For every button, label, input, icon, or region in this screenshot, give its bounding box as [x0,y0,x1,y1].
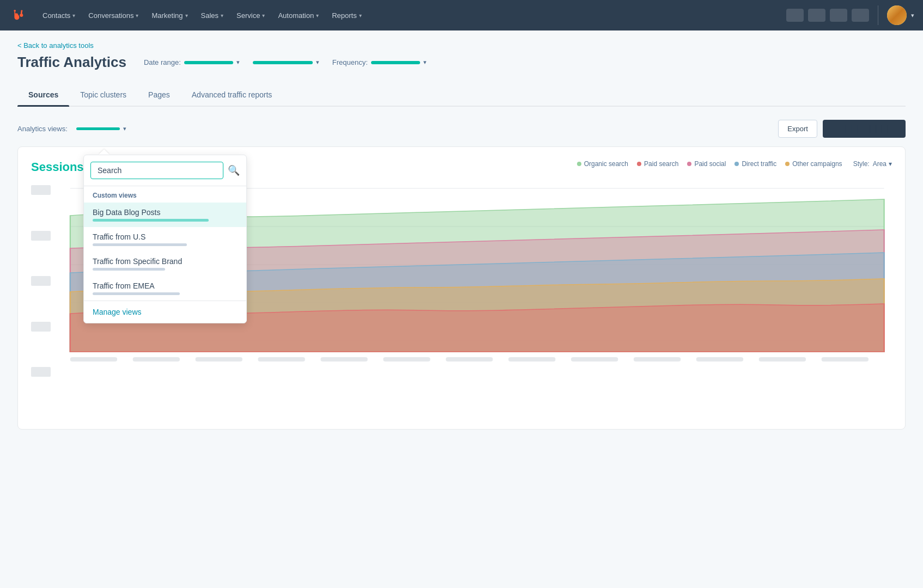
x-label-2 [133,357,180,362]
legend-paid-social: Paid social [687,160,726,168]
list-item-traffic-brand[interactable]: Traffic from Specific Brand [84,252,246,276]
x-label-10 [634,357,681,362]
x-label-13 [822,357,869,362]
chevron-down-icon: ▾ [262,13,265,19]
x-label-11 [696,357,743,362]
search-icon[interactable]: 🔍 [228,164,240,176]
date-range-chevron-2: ▾ [316,59,319,66]
back-link[interactable]: < Back to analytics tools [17,41,906,50]
analytics-views-dropdown[interactable]: ▾ [72,123,131,134]
filter-row: Date range: ▾ ▾ Frequency: ▾ [144,58,427,66]
manage-views-link[interactable]: Manage views [84,301,246,323]
list-item-traffic-emea[interactable]: Traffic from EMEA [84,276,246,301]
primary-action-button[interactable]: ██████████ [823,120,906,138]
date-range-bar [184,61,233,64]
chart-legend: Organic search Paid search Paid social D… [577,160,842,168]
y-axis-labels [31,183,51,379]
dropdown-panel: 🔍 Custom views Big Data Blog Posts Traff… [83,155,247,323]
x-label-7 [446,357,493,362]
nav-divider [878,5,878,25]
sessions-metric[interactable]: Sessions ▾ [31,160,91,174]
list-item-traffic-us[interactable]: Traffic from U.S [84,227,246,252]
frequency-dropdown[interactable]: Frequency: ▾ [332,58,427,66]
nav-icon-3[interactable] [830,9,847,22]
view-item-bar-2 [93,243,187,246]
date-range-dropdown[interactable]: Date range: ▾ [144,58,240,66]
chevron-down-icon: ▾ [185,13,188,19]
nav-item-automation[interactable]: Automation ▾ [272,8,324,23]
analytics-views-chevron: ▾ [123,125,126,132]
x-label-5 [320,357,367,362]
x-label-4 [258,357,305,362]
avatar[interactable] [887,5,907,25]
y-label-5 [31,367,51,377]
analytics-views-bar [76,127,120,130]
chevron-down-icon: ▾ [136,13,138,19]
chevron-down-icon: ▾ [316,13,319,19]
search-box: 🔍 [84,155,246,186]
legend-dot-organic [577,162,581,166]
page-content: < Back to analytics tools Traffic Analyt… [0,30,923,440]
chart-card: 🔍 Custom views Big Data Blog Posts Traff… [17,146,906,430]
y-label-3 [31,276,51,286]
frequency-chevron: ▾ [423,59,427,66]
legend-dot-paid-social [687,162,691,166]
y-label-4 [31,322,51,332]
search-input[interactable] [90,162,223,179]
tab-topic-clusters[interactable]: Topic clusters [69,84,137,106]
legend-dot-other [785,162,790,166]
legend-dot-paid-search [637,162,641,166]
x-label-12 [759,357,806,362]
hubspot-logo[interactable] [9,5,28,25]
top-navigation: Contacts ▾ Conversations ▾ Marketing ▾ S… [0,0,923,30]
view-item-bar-3 [93,268,165,271]
x-label-6 [383,357,430,362]
nav-icon-1[interactable] [786,9,804,22]
avatar-chevron[interactable]: ▾ [911,12,914,19]
analytics-view-row: Analytics views: ▾ Export ██████████ [17,120,906,138]
x-label-8 [508,357,555,362]
primary-bar: ██████████ [834,125,895,133]
nav-icon-4[interactable] [852,9,869,22]
analytics-views-dropdown-panel: 🔍 Custom views Big Data Blog Posts Traff… [83,149,247,323]
chart-style-selector[interactable]: Style: Area ▾ [853,160,892,168]
x-label-1 [70,357,117,362]
tab-sources[interactable]: Sources [17,84,69,106]
avatar-image [887,5,907,25]
nav-icon-2[interactable] [808,9,825,22]
chevron-down-icon: ▾ [359,13,362,19]
analytics-right: Export ██████████ [778,120,906,138]
style-area-option[interactable]: Area ▾ [873,160,892,168]
list-item-big-data[interactable]: Big Data Blog Posts [84,203,246,227]
nav-item-service[interactable]: Service ▾ [231,8,270,23]
svg-point-0 [9,5,28,25]
view-item-bar-4 [93,292,180,295]
y-label-2 [31,231,51,241]
nav-item-contacts[interactable]: Contacts ▾ [37,8,81,23]
y-label-1 [31,185,51,195]
dropdown-arrow [99,149,110,155]
view-item-bar-1 [93,219,209,222]
nav-item-conversations[interactable]: Conversations ▾ [83,8,144,23]
export-button[interactable]: Export [778,120,817,138]
x-label-3 [196,357,242,362]
tab-advanced[interactable]: Advanced traffic reports [181,84,283,106]
analytics-left: Analytics views: ▾ [17,123,131,134]
tabs-bar: Sources Topic clusters Pages Advanced tr… [17,84,906,107]
legend-dot-direct [734,162,739,166]
chevron-down-icon: ▾ [221,13,223,19]
x-label-9 [571,357,618,362]
date-range-bar-2 [253,61,313,64]
legend-direct-traffic: Direct traffic [734,160,776,168]
nav-item-reports[interactable]: Reports ▾ [326,8,367,23]
tab-pages[interactable]: Pages [137,84,181,106]
custom-views-label: Custom views [84,186,246,203]
date-range-dropdown-2[interactable]: ▾ [253,59,319,66]
nav-right-area: ▾ [786,5,914,25]
chevron-down-icon: ▾ [72,13,75,19]
nav-item-marketing[interactable]: Marketing ▾ [146,8,193,23]
style-chevron-icon: ▾ [889,160,892,168]
date-range-chevron: ▾ [236,59,240,66]
nav-item-sales[interactable]: Sales ▾ [196,8,229,23]
legend-paid-search: Paid search [637,160,678,168]
